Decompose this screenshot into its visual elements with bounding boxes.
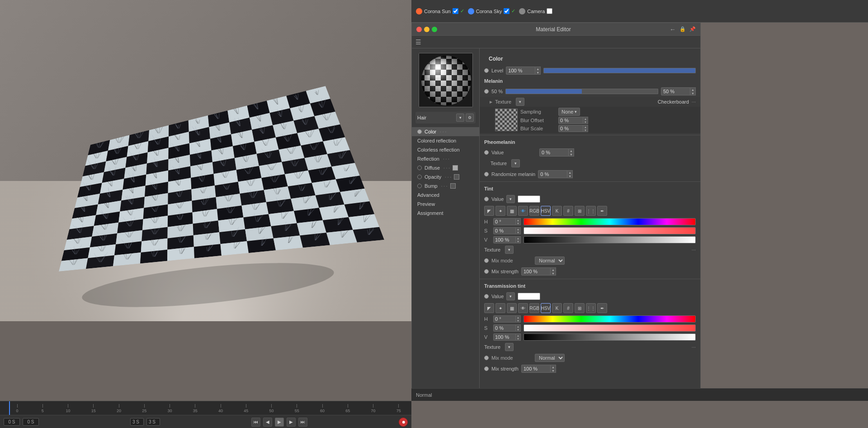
trans-tool-eye[interactable]: 👁 [518,303,528,313]
tint-s-up[interactable]: ▲ [516,228,520,231]
trans-hue-bar[interactable] [524,315,696,323]
nav-assignment[interactable]: Assignment [412,209,479,218]
blur-offset-up[interactable]: ▲ [583,117,588,120]
sampling-dropdown[interactable]: None [558,108,580,116]
trans-sat-bar[interactable] [524,324,696,332]
trans-btn-k[interactable]: K [552,303,562,313]
trans-btn-rgb[interactable]: RGB [529,303,539,313]
tint-mix-dropdown[interactable]: Normal [535,257,565,265]
melanin-input[interactable] [661,87,690,95]
tint-s-input[interactable] [493,227,516,234]
tint-h-up[interactable]: ▲ [516,219,520,222]
blur-scale-input[interactable] [558,125,583,132]
tint-texture-dropdown[interactable] [505,246,514,254]
pheomelanin-down[interactable]: ▼ [569,152,574,156]
tint-v-input[interactable] [493,236,516,243]
trans-color-swatch[interactable] [518,293,540,300]
duration-end[interactable]: 3 S [146,418,160,426]
level-down[interactable]: ▼ [535,71,540,74]
trans-v-up[interactable]: ▲ [516,334,520,337]
trans-tool-darken[interactable]: ◤ [484,303,494,313]
close-btn[interactable] [416,27,422,32]
menu-btn[interactable]: ☰ [415,38,421,46]
trans-val-bar[interactable] [524,333,696,341]
level-up[interactable]: ▲ [535,67,540,71]
trans-s-input[interactable] [493,324,516,332]
tint-btn-grid[interactable]: ⊞ [575,206,585,216]
nav-reflection[interactable]: Reflection · · · [412,154,479,163]
play-btn[interactable]: ▶ [275,418,284,427]
trans-tool-picker[interactable]: ✦ [495,303,505,313]
trans-btn-eyedrop[interactable]: ✒ [597,303,607,313]
time-start[interactable]: 0 S [4,418,20,426]
texture-expand-arrow[interactable]: ▶ [490,100,492,104]
tint-btn-hash[interactable]: # [563,206,573,216]
melanin-radio[interactable] [484,89,489,94]
nav-preview[interactable]: Preview [412,200,479,209]
level-input[interactable] [506,67,535,75]
sky-visible-check[interactable] [504,8,509,14]
cam-visible-check[interactable] [547,8,552,14]
trans-btn-grid[interactable]: ⊞ [575,303,585,313]
tint-btn-rgb[interactable]: RGB [529,206,539,216]
tint-mix-up[interactable]: ▲ [551,268,556,271]
maximize-btn[interactable] [432,27,437,32]
level-radio[interactable] [484,68,489,73]
nav-colored-reflection[interactable]: Colored reflection [412,136,479,145]
tint-btn-k[interactable]: K [552,206,562,216]
level-bar[interactable] [543,68,696,73]
trans-s-down[interactable]: ▼ [516,328,520,331]
tint-texture-more-btn[interactable]: ··· [692,247,696,252]
prev-frame-btn[interactable]: ◀ [263,418,272,427]
tint-value-dropdown[interactable] [506,195,515,203]
trans-h-down[interactable]: ▼ [516,319,520,322]
trans-v-down[interactable]: ▼ [516,337,520,340]
melanin-down[interactable]: ▼ [690,91,695,95]
tint-mix-down[interactable]: ▼ [551,271,556,275]
sun-visible-check[interactable] [453,8,458,14]
melanin-up[interactable]: ▲ [690,88,695,91]
trans-tool-gradient[interactable]: ▦ [507,303,517,313]
lock-btn[interactable]: 🔒 [679,26,686,32]
time-end[interactable]: 0 S [23,418,39,426]
go-end-btn[interactable]: ⏭ [298,418,307,427]
randomize-input[interactable] [538,170,567,178]
trans-texture-more-btn[interactable]: ··· [692,344,696,350]
randomize-up[interactable]: ▲ [567,171,572,174]
tint-hue-bar[interactable] [524,218,696,225]
trans-mix-down[interactable]: ▼ [551,369,556,372]
tint-tool-darken[interactable]: ◤ [484,206,494,216]
tint-btn-hsv[interactable]: HSV [541,206,551,216]
nav-opacity[interactable]: Opacity · · · [412,172,479,181]
tint-radio[interactable] [484,197,489,201]
tint-h-input[interactable] [493,218,516,225]
trans-h-up[interactable]: ▲ [516,316,520,319]
trans-mix-radio[interactable] [484,356,489,360]
trans-value-dropdown[interactable] [506,292,515,300]
duration-start[interactable]: 3 S [130,418,144,426]
tint-sat-bar[interactable] [524,227,696,234]
tint-mix-strength-radio[interactable] [484,269,489,274]
texture-expand-dropdown[interactable] [516,98,524,106]
pheomelanin-up[interactable]: ▲ [569,149,574,152]
trans-mix-dropdown[interactable]: Normal [535,354,565,362]
nav-diffuse-check[interactable] [453,165,458,171]
back-arrow-btn[interactable]: ← [670,26,676,33]
material-dropdown-btn[interactable]: ▾ [456,114,464,122]
nav-bump[interactable]: Bump · · · [412,181,479,190]
nav-colorless-reflection[interactable]: Colorless reflection [412,145,479,154]
texture-more-btn[interactable]: ··· [692,99,696,105]
tint-btn-dots[interactable]: ⋮⋮ [586,206,596,216]
tint-h-down[interactable]: ▼ [516,222,520,225]
nav-color[interactable]: Color · · · [412,127,479,136]
nav-diffuse[interactable]: Diffuse · · · [412,163,479,172]
tint-color-swatch[interactable] [518,195,540,203]
nav-opacity-check[interactable] [454,174,459,180]
blur-scale-down[interactable]: ▼ [583,128,588,132]
trans-h-input[interactable] [493,315,516,323]
tint-mix-strength-input[interactable] [521,267,551,276]
randomize-down[interactable]: ▼ [567,174,572,178]
trans-mix-strength-input[interactable] [521,365,551,373]
pheomelanin-input[interactable] [539,148,569,157]
tint-btn-eyedrop[interactable]: ✒ [597,206,607,216]
